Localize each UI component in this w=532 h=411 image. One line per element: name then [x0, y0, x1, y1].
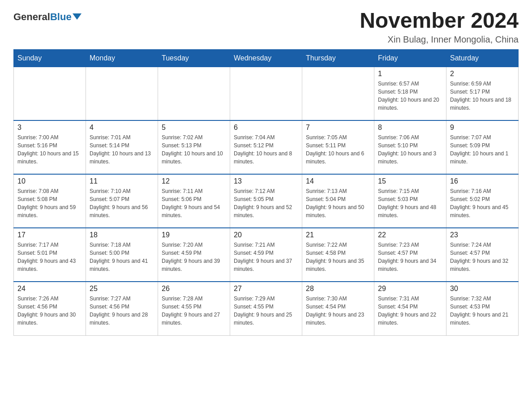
- table-row: [230, 67, 302, 120]
- day-info: Sunrise: 7:12 AM Sunset: 5:05 PM Dayligh…: [234, 187, 298, 219]
- header-friday: Friday: [374, 49, 446, 67]
- calendar-week-row: 3Sunrise: 7:00 AM Sunset: 5:16 PM Daylig…: [14, 120, 519, 174]
- table-row: 6Sunrise: 7:04 AM Sunset: 5:12 PM Daylig…: [230, 120, 302, 174]
- header-monday: Monday: [86, 49, 158, 67]
- day-info: Sunrise: 7:22 AM Sunset: 4:58 PM Dayligh…: [306, 241, 370, 273]
- header-thursday: Thursday: [302, 49, 374, 67]
- day-info: Sunrise: 7:27 AM Sunset: 4:56 PM Dayligh…: [90, 295, 154, 327]
- table-row: 23Sunrise: 7:24 AM Sunset: 4:57 PM Dayli…: [446, 228, 519, 282]
- day-number: 29: [378, 285, 442, 293]
- day-info: Sunrise: 7:15 AM Sunset: 5:03 PM Dayligh…: [378, 187, 442, 219]
- day-number: 3: [17, 124, 82, 132]
- day-info: Sunrise: 7:17 AM Sunset: 5:01 PM Dayligh…: [17, 241, 82, 273]
- table-row: 7Sunrise: 7:05 AM Sunset: 5:11 PM Daylig…: [302, 120, 374, 174]
- day-number: 16: [450, 177, 515, 185]
- day-info: Sunrise: 7:02 AM Sunset: 5:13 PM Dayligh…: [162, 133, 226, 166]
- calendar-header-row: Sunday Monday Tuesday Wednesday Thursday…: [14, 49, 519, 67]
- day-number: 5: [162, 124, 226, 132]
- day-info: Sunrise: 7:16 AM Sunset: 5:02 PM Dayligh…: [450, 187, 515, 219]
- day-info: Sunrise: 7:07 AM Sunset: 5:09 PM Dayligh…: [450, 133, 515, 166]
- day-number: 22: [378, 231, 442, 239]
- day-info: Sunrise: 7:24 AM Sunset: 4:57 PM Dayligh…: [450, 241, 515, 273]
- table-row: [86, 67, 158, 120]
- day-info: Sunrise: 7:20 AM Sunset: 4:59 PM Dayligh…: [162, 241, 226, 273]
- logo-triangle-icon: [73, 13, 82, 20]
- day-info: Sunrise: 7:30 AM Sunset: 4:54 PM Dayligh…: [306, 295, 370, 327]
- header-tuesday: Tuesday: [158, 49, 230, 67]
- day-info: Sunrise: 7:21 AM Sunset: 4:59 PM Dayligh…: [234, 241, 298, 273]
- table-row: 25Sunrise: 7:27 AM Sunset: 4:56 PM Dayli…: [86, 282, 158, 335]
- table-row: 11Sunrise: 7:10 AM Sunset: 5:07 PM Dayli…: [86, 174, 158, 228]
- day-number: 18: [90, 231, 154, 239]
- day-info: Sunrise: 7:04 AM Sunset: 5:12 PM Dayligh…: [234, 133, 298, 166]
- logo-blue-part: Blue: [50, 11, 82, 23]
- day-number: 27: [234, 285, 298, 293]
- calendar: Sunday Monday Tuesday Wednesday Thursday…: [13, 49, 519, 336]
- calendar-week-row: 17Sunrise: 7:17 AM Sunset: 5:01 PM Dayli…: [14, 228, 519, 282]
- table-row: 3Sunrise: 7:00 AM Sunset: 5:16 PM Daylig…: [14, 120, 86, 174]
- logo-blue: Blue: [50, 11, 72, 23]
- day-number: 6: [234, 124, 298, 132]
- day-info: Sunrise: 7:11 AM Sunset: 5:06 PM Dayligh…: [162, 187, 226, 219]
- table-row: [14, 67, 86, 120]
- logo: General Blue: [13, 9, 82, 23]
- table-row: 8Sunrise: 7:06 AM Sunset: 5:10 PM Daylig…: [374, 120, 446, 174]
- day-number: 23: [450, 231, 515, 239]
- table-row: 2Sunrise: 6:59 AM Sunset: 5:17 PM Daylig…: [446, 67, 519, 120]
- day-number: 2: [450, 70, 515, 78]
- table-row: 29Sunrise: 7:31 AM Sunset: 4:54 PM Dayli…: [374, 282, 446, 335]
- day-number: 10: [17, 177, 82, 185]
- day-number: 24: [17, 285, 82, 293]
- day-info: Sunrise: 7:32 AM Sunset: 4:53 PM Dayligh…: [450, 295, 515, 327]
- table-row: 17Sunrise: 7:17 AM Sunset: 5:01 PM Dayli…: [14, 228, 86, 282]
- day-number: 9: [450, 124, 515, 132]
- main-title: November 2024: [360, 9, 519, 33]
- day-number: 19: [162, 231, 226, 239]
- table-row: 20Sunrise: 7:21 AM Sunset: 4:59 PM Dayli…: [230, 228, 302, 282]
- day-number: 26: [162, 285, 226, 293]
- day-info: Sunrise: 7:05 AM Sunset: 5:11 PM Dayligh…: [306, 133, 370, 166]
- logo-text: General Blue: [13, 11, 82, 23]
- day-info: Sunrise: 7:10 AM Sunset: 5:07 PM Dayligh…: [90, 187, 154, 219]
- day-info: Sunrise: 7:31 AM Sunset: 4:54 PM Dayligh…: [378, 295, 442, 327]
- day-number: 30: [450, 285, 515, 293]
- table-row: 19Sunrise: 7:20 AM Sunset: 4:59 PM Dayli…: [158, 228, 230, 282]
- day-number: 14: [306, 177, 370, 185]
- table-row: 27Sunrise: 7:29 AM Sunset: 4:55 PM Dayli…: [230, 282, 302, 335]
- header-saturday: Saturday: [446, 49, 519, 67]
- day-number: 7: [306, 124, 370, 132]
- day-number: 1: [378, 70, 442, 78]
- table-row: 28Sunrise: 7:30 AM Sunset: 4:54 PM Dayli…: [302, 282, 374, 335]
- table-row: 14Sunrise: 7:13 AM Sunset: 5:04 PM Dayli…: [302, 174, 374, 228]
- table-row: 26Sunrise: 7:28 AM Sunset: 4:55 PM Dayli…: [158, 282, 230, 335]
- day-info: Sunrise: 7:26 AM Sunset: 4:56 PM Dayligh…: [17, 295, 82, 327]
- table-row: [302, 67, 374, 120]
- day-number: 4: [90, 124, 154, 132]
- table-row: 30Sunrise: 7:32 AM Sunset: 4:53 PM Dayli…: [446, 282, 519, 335]
- table-row: 22Sunrise: 7:23 AM Sunset: 4:57 PM Dayli…: [374, 228, 446, 282]
- day-number: 17: [17, 231, 82, 239]
- table-row: 16Sunrise: 7:16 AM Sunset: 5:02 PM Dayli…: [446, 174, 519, 228]
- header-sunday: Sunday: [14, 49, 86, 67]
- day-info: Sunrise: 7:13 AM Sunset: 5:04 PM Dayligh…: [306, 187, 370, 219]
- calendar-week-row: 24Sunrise: 7:26 AM Sunset: 4:56 PM Dayli…: [14, 282, 519, 335]
- table-row: 13Sunrise: 7:12 AM Sunset: 5:05 PM Dayli…: [230, 174, 302, 228]
- day-info: Sunrise: 6:59 AM Sunset: 5:17 PM Dayligh…: [450, 80, 515, 112]
- title-section: November 2024 Xin Bulag, Inner Mongolia,…: [360, 9, 519, 45]
- day-number: 11: [90, 177, 154, 185]
- day-number: 8: [378, 124, 442, 132]
- day-number: 25: [90, 285, 154, 293]
- day-info: Sunrise: 6:57 AM Sunset: 5:18 PM Dayligh…: [378, 80, 442, 112]
- table-row: 24Sunrise: 7:26 AM Sunset: 4:56 PM Dayli…: [14, 282, 86, 335]
- day-info: Sunrise: 7:29 AM Sunset: 4:55 PM Dayligh…: [234, 295, 298, 327]
- table-row: 15Sunrise: 7:15 AM Sunset: 5:03 PM Dayli…: [374, 174, 446, 228]
- calendar-week-row: 10Sunrise: 7:08 AM Sunset: 5:08 PM Dayli…: [14, 174, 519, 228]
- table-row: 4Sunrise: 7:01 AM Sunset: 5:14 PM Daylig…: [86, 120, 158, 174]
- header: General Blue November 2024 Xin Bulag, In…: [13, 9, 519, 45]
- subtitle: Xin Bulag, Inner Mongolia, China: [360, 34, 519, 45]
- day-number: 13: [234, 177, 298, 185]
- day-number: 28: [306, 285, 370, 293]
- day-number: 12: [162, 177, 226, 185]
- day-info: Sunrise: 7:18 AM Sunset: 5:00 PM Dayligh…: [90, 241, 154, 273]
- day-number: 21: [306, 231, 370, 239]
